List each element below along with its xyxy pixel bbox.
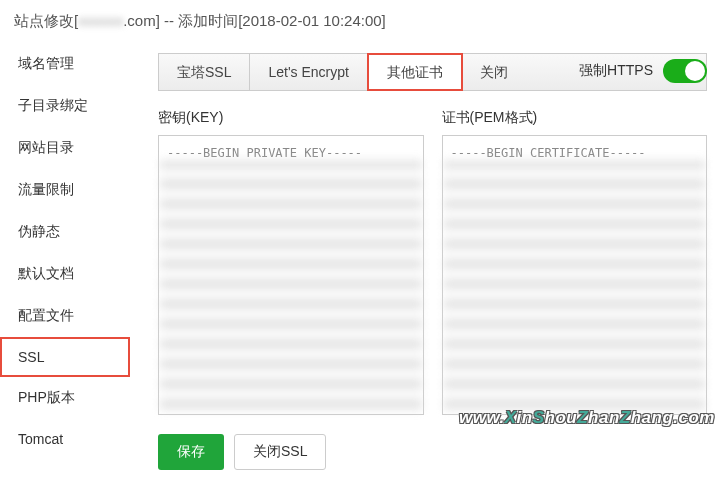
dialog-title: 站点修改[xxxxxx.com] -- 添加时间[2018-02-01 10:2… <box>0 0 725 43</box>
sidebar-item-ssl[interactable]: SSL <box>0 337 130 377</box>
tab-baota-ssl[interactable]: 宝塔SSL <box>159 54 250 90</box>
sidebar-item-default-doc[interactable]: 默认文档 <box>0 253 130 295</box>
save-button[interactable]: 保存 <box>158 434 224 470</box>
sidebar-item-sitedir[interactable]: 网站目录 <box>0 127 130 169</box>
tab-close[interactable]: 关闭 <box>462 54 526 90</box>
key-textarea[interactable] <box>158 135 424 415</box>
close-ssl-button[interactable]: 关闭SSL <box>234 434 326 470</box>
sidebar-item-tomcat[interactable]: Tomcat <box>0 419 130 459</box>
sidebar-item-php[interactable]: PHP版本 <box>0 377 130 419</box>
main-panel: 宝塔SSL Let's Encrypt 其他证书 关闭 强制HTTPS 密钥(K… <box>130 43 725 480</box>
key-label: 密钥(KEY) <box>158 109 424 127</box>
tab-other-cert[interactable]: 其他证书 <box>367 53 463 91</box>
sidebar-item-rewrite[interactable]: 伪静态 <box>0 211 130 253</box>
domain-blurred: xxxxxx <box>78 12 123 29</box>
sidebar-item-traffic[interactable]: 流量限制 <box>0 169 130 211</box>
cert-textarea[interactable] <box>442 135 708 415</box>
force-https-toggle[interactable] <box>663 59 707 83</box>
force-https-label: 强制HTTPS <box>579 62 653 80</box>
sidebar-item-config[interactable]: 配置文件 <box>0 295 130 337</box>
sidebar-item-subdir[interactable]: 子目录绑定 <box>0 85 130 127</box>
cert-label: 证书(PEM格式) <box>442 109 708 127</box>
sidebar: 域名管理 子目录绑定 网站目录 流量限制 伪静态 默认文档 配置文件 SSL P… <box>0 43 130 480</box>
tab-lets-encrypt[interactable]: Let's Encrypt <box>250 54 368 90</box>
sidebar-item-domain[interactable]: 域名管理 <box>0 43 130 85</box>
